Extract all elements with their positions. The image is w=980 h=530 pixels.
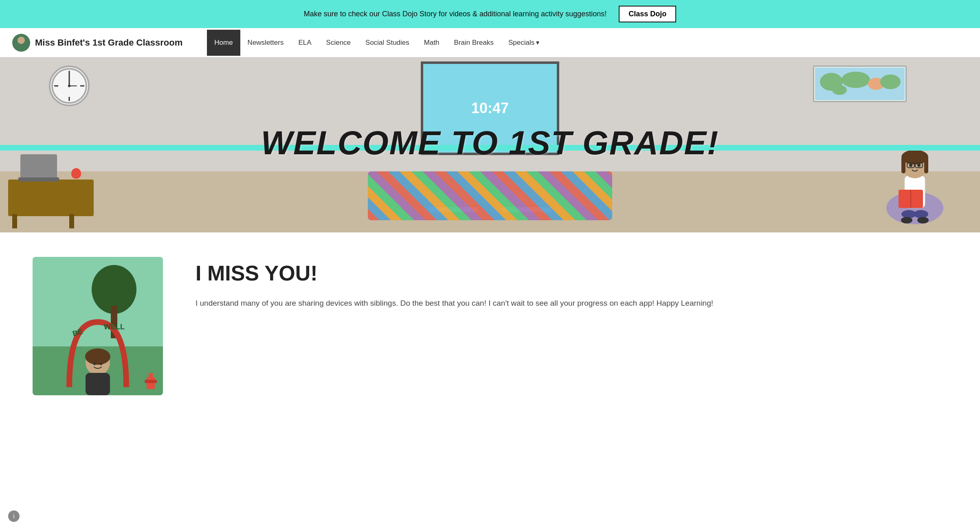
content-image: BE WELL	[33, 257, 163, 395]
svg-rect-45	[149, 373, 153, 379]
nav-link-home[interactable]: Home	[207, 30, 240, 56]
svg-point-42	[100, 363, 102, 365]
svg-point-21	[909, 164, 912, 167]
navbar: Miss Binfet's 1st Grade Classroom Home N…	[0, 28, 980, 57]
svg-rect-44	[145, 380, 157, 383]
teacher-desk	[8, 180, 94, 216]
svg-point-22	[917, 164, 921, 167]
svg-rect-19	[901, 157, 905, 173]
svg-point-40	[85, 348, 110, 365]
class-dojo-button[interactable]: Class Dojo	[619, 6, 676, 22]
photo-frame: BE WELL	[33, 257, 163, 395]
nav-item-brain-breaks[interactable]: Brain Breaks	[447, 30, 501, 56]
nav-item-home[interactable]: Home	[207, 30, 240, 56]
desk-leg-left	[12, 214, 17, 228]
hero-section: 10:47	[0, 57, 980, 232]
site-title: Miss Binfet's 1st Grade Classroom	[35, 37, 182, 48]
world-map	[813, 66, 907, 102]
laptop-base	[18, 177, 59, 182]
svg-point-29	[914, 210, 928, 218]
apple-decoration	[71, 168, 81, 179]
nav-link-social-studies[interactable]: Social Studies	[358, 30, 417, 56]
hero-title: WELCOME TO 1ST GRADE!	[261, 124, 719, 162]
classroom-rug	[368, 171, 612, 220]
nav-link-newsletters[interactable]: Newsletters	[240, 30, 291, 56]
logo-avatar	[12, 34, 30, 52]
nav-item-specials[interactable]: Specials ▾	[501, 30, 547, 56]
top-banner: Make sure to check our Class Dojo Story …	[0, 0, 980, 28]
laptop	[20, 154, 57, 179]
content-text: I MISS YOU! I understand many of you are…	[196, 257, 931, 310]
svg-text:WELL: WELL	[104, 323, 125, 331]
svg-point-31	[917, 217, 929, 223]
classroom-clock	[49, 66, 90, 106]
content-section: BE WELL I MISS YOU! I understand many of	[0, 232, 980, 420]
svg-point-14	[832, 85, 847, 95]
nav-links: Home Newsletters ELA Science Social Stud…	[207, 30, 547, 56]
svg-rect-39	[86, 373, 110, 395]
nav-item-ela[interactable]: ELA	[291, 30, 319, 56]
nav-item-math[interactable]: Math	[417, 30, 447, 56]
desk-leg-right	[69, 214, 74, 228]
nav-link-specials[interactable]: Specials ▾	[501, 30, 547, 56]
svg-rect-20	[924, 157, 928, 173]
content-heading: I MISS YOU!	[196, 261, 931, 285]
nav-item-science[interactable]: Science	[319, 30, 358, 56]
nav-link-math[interactable]: Math	[417, 30, 447, 56]
smart-board-time: 10:47	[471, 100, 509, 117]
svg-point-41	[93, 363, 96, 365]
nav-item-newsletters[interactable]: Newsletters	[240, 30, 291, 56]
svg-point-13	[880, 74, 901, 89]
nav-link-brain-breaks[interactable]: Brain Breaks	[447, 30, 501, 56]
svg-point-11	[842, 72, 870, 88]
site-logo[interactable]: Miss Binfet's 1st Grade Classroom	[12, 34, 182, 52]
cartoon-girl	[882, 118, 947, 224]
chevron-down-icon: ▾	[536, 39, 539, 46]
content-body: I understand many of you are sharing dev…	[196, 297, 931, 310]
svg-point-30	[901, 217, 912, 223]
svg-point-0	[18, 37, 25, 44]
nav-item-social-studies[interactable]: Social Studies	[358, 30, 417, 56]
banner-text: Make sure to check our Class Dojo Story …	[304, 10, 606, 18]
nav-link-ela[interactable]: ELA	[291, 30, 319, 56]
nav-link-science[interactable]: Science	[319, 30, 358, 56]
